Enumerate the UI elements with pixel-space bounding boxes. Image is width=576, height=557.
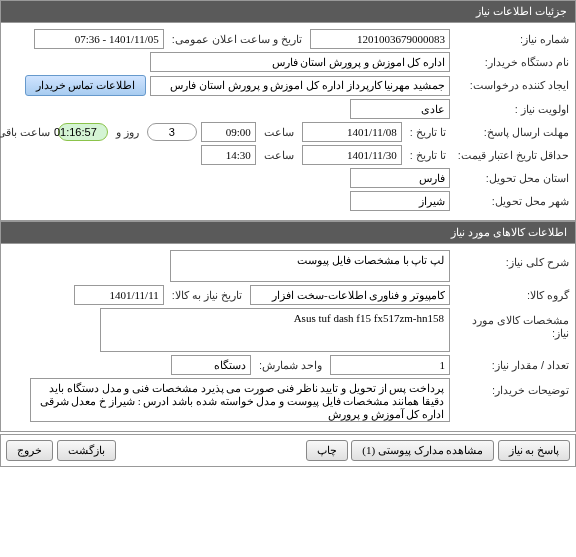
validity-date-field[interactable] [302,145,402,165]
back-button[interactable]: بازگشت [57,440,116,461]
priority-field[interactable] [350,99,450,119]
validity-time-field[interactable] [201,145,256,165]
deadline-time-field[interactable] [201,122,256,142]
time-label-2: ساعت [260,149,298,162]
exit-button[interactable]: خروج [6,440,53,461]
days-pill: 3 [147,123,197,141]
contact-buyer-button[interactable]: اطلاعات تماس خریدار [25,75,147,96]
need-date-field[interactable] [74,285,164,305]
to-date-label-2: تا تاریخ : [406,149,450,162]
qty-label: تعداد / مقدار نیاز: [454,359,569,372]
need-no-label: شماره نیاز: [454,33,569,46]
announce-label: تاریخ و ساعت اعلان عمومی: [168,33,306,46]
countdown-pill: 01:16:57 [58,123,108,141]
footer-bar: پاسخ به نیاز مشاهده مدارک پیوستی (1) چاپ… [0,434,576,467]
remaining-label: ساعت باقی مانده [0,126,54,139]
view-attachments-button[interactable]: مشاهده مدارک پیوستی (1) [351,440,494,461]
unit-label: واحد شمارش: [255,359,326,372]
buyer-field[interactable] [150,52,450,72]
announce-field[interactable] [34,29,164,49]
buyer-label: نام دستگاه خریدار: [454,56,569,69]
unit-field[interactable] [171,355,251,375]
need-date-label: تاریخ نیاز به کالا: [168,289,246,302]
deadline-reply-label: مهلت ارسال پاسخ: [454,126,569,139]
min-validity-label: حداقل تاریخ اعتبار قیمت: [454,149,569,162]
overall-textarea[interactable]: لپ تاپ با مشخصات فایل پیوست [170,250,450,282]
buyer-notes-label: توضیحات خریدار: [454,378,569,397]
need-no-field[interactable] [310,29,450,49]
section1-header: جزئیات اطلاعات نیاز [0,0,576,23]
creator-label: ایجاد کننده درخواست: [454,79,569,92]
delivery-state-label: استان محل تحویل: [454,172,569,185]
priority-label: اولویت نیاز : [454,103,569,116]
section2-header: اطلاعات کالاهای مورد نیاز [0,221,576,244]
spec-textarea[interactable]: Asus tuf dash f15 fx517zm-hn158 [100,308,450,352]
to-date-label-1: تا تاریخ : [406,126,450,139]
section1-title: جزئیات اطلاعات نیاز [476,5,567,17]
print-button[interactable]: چاپ [306,440,348,461]
deadline-date-field[interactable] [302,122,402,142]
overall-label: شرح کلی نیاز: [454,250,569,269]
creator-field[interactable] [150,76,450,96]
group-label: گروه کالا: [454,289,569,302]
group-field[interactable] [250,285,450,305]
qty-field[interactable] [330,355,450,375]
reply-button[interactable]: پاسخ به نیاز [498,440,571,461]
spec-label: مشخصات کالای مورد نیاز: [454,308,569,340]
days-label: روز و [112,126,143,139]
buyer-notes-textarea[interactable]: پرداخت پس از تحویل و تایید ناظر فنی صورت… [30,378,450,422]
delivery-city-field[interactable] [350,191,450,211]
time-label-1: ساعت [260,126,298,139]
section1-body: شماره نیاز: تاریخ و ساعت اعلان عمومی: نا… [0,23,576,221]
delivery-state-field[interactable] [350,168,450,188]
section2-title: اطلاعات کالاهای مورد نیاز [451,226,567,238]
section2-body: شرح کلی نیاز: لپ تاپ با مشخصات فایل پیوس… [0,244,576,432]
delivery-city-label: شهر محل تحویل: [454,195,569,208]
